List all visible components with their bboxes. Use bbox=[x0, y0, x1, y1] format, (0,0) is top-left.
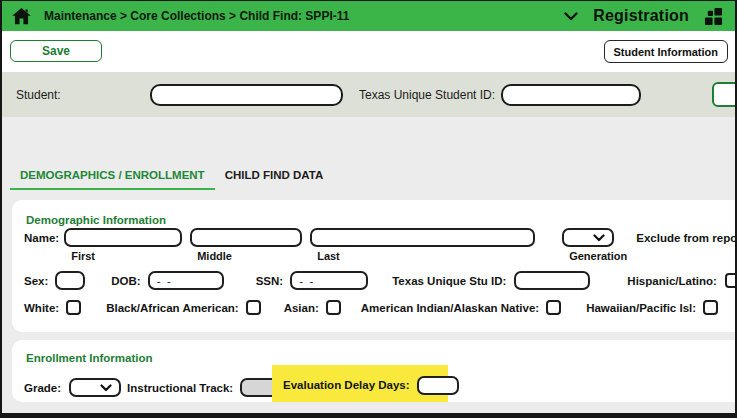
dob-input[interactable] bbox=[148, 271, 224, 290]
generation-select[interactable] bbox=[562, 228, 614, 247]
sex-dob-ssn-row: Sex: DOB: SSN: Texas Unique Stu ID: Hisp… bbox=[24, 271, 727, 290]
main-content: DEMOGRAPHICS / ENROLLMENT CHILD FIND DAT… bbox=[2, 117, 735, 413]
hispanic-latino-checkbox[interactable] bbox=[725, 273, 737, 288]
evaluation-delay-days-input[interactable] bbox=[417, 376, 459, 395]
evaluation-delay-days-label: Evaluation Delay Days: bbox=[283, 379, 410, 391]
middle-name-input[interactable] bbox=[190, 228, 302, 247]
race-black-group: Black/African American: bbox=[106, 300, 261, 315]
race-asian-checkbox[interactable] bbox=[326, 300, 341, 315]
ssn-label: SSN: bbox=[256, 275, 283, 287]
demographic-information-section: Demographic Information Name: First Midd… bbox=[12, 200, 735, 332]
texas-unique-stu-id-input[interactable] bbox=[514, 271, 590, 290]
action-toolbar: Save Student Information bbox=[2, 31, 735, 72]
sex-label: Sex: bbox=[24, 275, 48, 287]
select-chevron-icon bbox=[593, 234, 605, 242]
texas-unique-stu-id-label: Texas Unique Stu ID: bbox=[392, 275, 506, 287]
race-white-label: White: bbox=[24, 302, 59, 314]
first-name-input[interactable] bbox=[64, 228, 182, 247]
student-input[interactable] bbox=[150, 84, 343, 106]
name-label: Name: bbox=[24, 228, 59, 248]
tab-child-find-data[interactable]: CHILD FIND DATA bbox=[215, 169, 334, 190]
student-label: Student: bbox=[16, 88, 150, 102]
grade-label: Grade: bbox=[24, 382, 61, 394]
texas-unique-student-id-label: Texas Unique Student ID: bbox=[359, 88, 495, 102]
exclude-from-reporting-group: Exclude from reporting: bbox=[636, 228, 737, 247]
texas-unique-student-id-input[interactable] bbox=[501, 84, 641, 106]
dob-label: DOB: bbox=[111, 275, 140, 287]
student-search-bar: Student: Texas Unique Student ID: bbox=[2, 72, 735, 117]
race-asian-group: Asian: bbox=[284, 300, 341, 315]
enrollment-section-title: Enrollment Information bbox=[26, 352, 727, 364]
app-window: Maintenance > Core Collections > Child F… bbox=[0, 0, 737, 418]
top-navigation-bar: Maintenance > Core Collections > Child F… bbox=[2, 1, 735, 31]
directory-button-partial[interactable] bbox=[712, 82, 737, 107]
instructional-track-label: Instructional Track: bbox=[127, 382, 233, 394]
chevron-down-icon[interactable] bbox=[564, 12, 578, 21]
select-chevron-icon bbox=[100, 384, 112, 392]
last-name-group: Last bbox=[310, 228, 535, 262]
first-name-group: First bbox=[64, 228, 182, 262]
hispanic-latino-label: Hispanic/Latino: bbox=[627, 275, 716, 287]
student-information-button[interactable]: Student Information bbox=[604, 40, 729, 63]
race-asian-label: Asian: bbox=[284, 302, 319, 314]
tab-bar: DEMOGRAPHICS / ENROLLMENT CHILD FIND DAT… bbox=[2, 117, 735, 190]
tab-demographics-enrollment[interactable]: DEMOGRAPHICS / ENROLLMENT bbox=[10, 169, 215, 190]
race-row: White: Black/African American: Asian: Am… bbox=[24, 300, 727, 315]
race-hawaiian-label: Hawaiian/Pacific Isl: bbox=[586, 302, 696, 314]
enrollment-information-section: Enrollment Information Grade: Instructio… bbox=[12, 340, 735, 402]
evaluation-delay-highlight: Evaluation Delay Days: bbox=[272, 365, 448, 402]
app-title: Registration bbox=[593, 7, 689, 25]
exclude-from-reporting-label: Exclude from reporting: bbox=[636, 232, 737, 244]
apps-grid-icon[interactable] bbox=[704, 7, 723, 26]
generation-sublabel: Generation bbox=[562, 250, 627, 262]
race-white-group: White: bbox=[24, 300, 81, 315]
middle-name-group: Middle bbox=[190, 228, 302, 262]
race-hawaiian-checkbox[interactable] bbox=[703, 300, 718, 315]
home-icon[interactable] bbox=[12, 8, 31, 25]
last-name-sublabel: Last bbox=[310, 250, 535, 262]
grade-select[interactable] bbox=[69, 378, 121, 397]
race-black-checkbox[interactable] bbox=[246, 300, 261, 315]
race-hawaiian-group: Hawaiian/Pacific Isl: bbox=[586, 300, 718, 315]
race-american-indian-label: American Indian/Alaskan Native: bbox=[361, 302, 539, 314]
ssn-input[interactable] bbox=[290, 271, 368, 290]
last-name-input[interactable] bbox=[310, 228, 535, 247]
race-black-label: Black/African American: bbox=[106, 302, 239, 314]
save-button[interactable]: Save bbox=[10, 40, 102, 62]
sex-input[interactable] bbox=[55, 271, 85, 290]
demographic-section-title: Demographic Information bbox=[26, 214, 727, 226]
name-row: Name: First Middle Last Gener bbox=[24, 228, 727, 262]
middle-name-sublabel: Middle bbox=[190, 250, 302, 262]
race-american-indian-group: American Indian/Alaskan Native: bbox=[361, 300, 561, 315]
breadcrumb: Maintenance > Core Collections > Child F… bbox=[44, 9, 349, 23]
race-american-indian-checkbox[interactable] bbox=[546, 300, 561, 315]
first-name-sublabel: First bbox=[64, 250, 182, 262]
race-white-checkbox[interactable] bbox=[66, 300, 81, 315]
generation-group: Generation bbox=[562, 228, 627, 262]
